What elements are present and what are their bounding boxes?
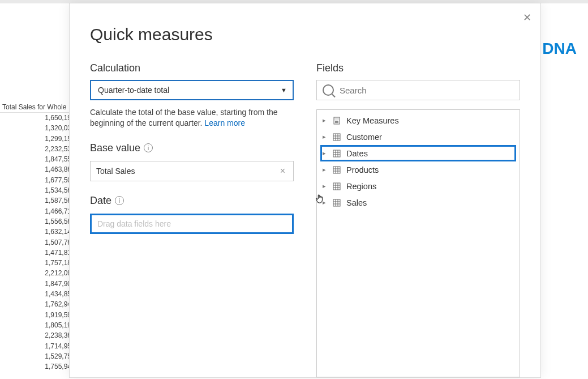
info-icon[interactable]: i [115, 196, 124, 205]
bg-table-cell: 1,919,59 [0, 310, 74, 320]
fields-search-input[interactable] [338, 85, 514, 96]
bg-table-cell: 1,471,81 [0, 248, 74, 258]
svg-rect-13 [333, 150, 340, 157]
close-button[interactable]: ✕ [519, 9, 535, 25]
bg-table-cell: 2,212,09 [0, 268, 74, 278]
bg-table-cell: 1,556,56 [0, 216, 74, 227]
fields-tree-table-customer[interactable]: ▸Customer [317, 129, 520, 145]
bg-table-cell: 2,238,36 [0, 330, 74, 340]
quick-measures-dialog: ✕ Quick measures Calculation Quarter-to-… [69, 3, 541, 378]
bg-table-cell: 1,757,18 [0, 258, 74, 268]
chevron-right-icon: ▸ [323, 182, 327, 190]
calculation-dropdown[interactable]: Quarter-to-date total ▼ [90, 80, 294, 100]
calculation-label-text: Calculation [90, 62, 140, 74]
fields-tree-table-label: Dates [346, 149, 368, 158]
fields-tree-table-dates[interactable]: ▸Dates [320, 145, 516, 161]
fields-search[interactable] [316, 80, 520, 100]
fields-tree-table-key-measures[interactable]: ▸Key Measures [317, 112, 520, 129]
chevron-down-icon: ▼ [281, 87, 287, 93]
svg-rect-8 [333, 134, 340, 140]
chevron-right-icon: ▸ [323, 133, 327, 140]
dialog-title: Quick measures [90, 25, 520, 44]
info-icon[interactable]: i [144, 143, 153, 152]
bg-table-cell: 1,320,03 [0, 123, 74, 133]
calculation-description: Calculate the total of the base value, s… [90, 107, 294, 129]
bg-table-cell: 1,762,94 [0, 299, 74, 309]
close-icon: × [280, 166, 285, 176]
fields-label-text: Fields [316, 62, 344, 74]
fields-tree-table-label: Products [346, 165, 379, 174]
fields-tree-table-products[interactable]: ▸Products [317, 161, 520, 178]
fields-panel: Fields ▸Key Measures▸Customer▸Dates▸Prod… [316, 62, 520, 377]
bg-table-cell: 1,650,19 [0, 113, 74, 123]
search-icon [323, 84, 334, 96]
learn-more-link[interactable]: Learn more [204, 118, 245, 127]
fields-tree-table-regions[interactable]: ▸Regions [317, 178, 520, 194]
bg-table-cell: 1,587,56 [0, 195, 74, 206]
svg-rect-28 [333, 199, 340, 206]
base-value-label-text: Base value [90, 142, 140, 154]
fields-tree: ▸Key Measures▸Customer▸Dates▸Products▸Re… [316, 109, 520, 377]
bg-table-cell: 1,534,56 [0, 185, 74, 195]
bg-table-cell: 1,299,15 [0, 134, 74, 144]
table-icon [333, 182, 341, 190]
base-value-well[interactable]: Total Sales × [90, 161, 294, 181]
calculation-panel: Calculation Quarter-to-date total ▼ Calc… [90, 62, 294, 377]
background-data-column: Total Sales for Whole 1,650,191,320,031,… [0, 102, 74, 372]
base-value-field-name: Total Sales [96, 167, 135, 176]
svg-point-3 [336, 121, 337, 121]
bg-table-cell: 1,847,90 [0, 279, 74, 289]
svg-point-6 [336, 122, 337, 122]
chevron-right-icon: ▸ [323, 150, 327, 157]
chevron-right-icon: ▸ [323, 166, 327, 173]
fields-tree-table-label: Regions [346, 182, 376, 191]
bg-table-cell: 1,847,55 [0, 154, 74, 164]
svg-rect-23 [333, 183, 340, 190]
fields-tree-table-label: Key Measures [346, 116, 399, 125]
date-label-text: Date [90, 195, 111, 207]
bg-table-cell: 1,463,86 [0, 164, 74, 174]
date-drop-well[interactable]: Drag data fields here [90, 214, 294, 234]
calculation-label: Calculation [90, 62, 294, 74]
svg-rect-18 [333, 167, 340, 173]
calculation-description-text: Calculate the total of the base value, s… [90, 108, 278, 127]
bg-table-cell: 1,632,14 [0, 227, 74, 237]
svg-point-7 [337, 122, 338, 122]
close-icon: ✕ [523, 12, 531, 23]
calculation-selected-text: Quarter-to-date total [98, 86, 169, 95]
table-icon [333, 199, 341, 207]
bg-table-cell: 1,805,19 [0, 320, 74, 330]
fields-label: Fields [316, 62, 520, 74]
bg-table-cell: 1,507,76 [0, 237, 74, 248]
svg-point-2 [335, 121, 336, 121]
fields-tree-table-label: Customer [346, 133, 382, 142]
svg-rect-1 [335, 118, 339, 120]
bg-table-cell: 2,232,53 [0, 144, 74, 154]
svg-point-5 [335, 122, 336, 122]
chevron-right-icon: ▸ [323, 199, 327, 206]
svg-point-4 [337, 121, 338, 121]
chevron-right-icon: ▸ [323, 117, 327, 124]
brand-dna: DNA [538, 40, 577, 57]
bg-table-cell: 1,434,85 [0, 289, 74, 299]
base-value-label: Base value i [90, 142, 294, 154]
fields-tree-table-label: Sales [346, 198, 367, 207]
bg-table-cell: 1,755,94 [0, 361, 74, 372]
table-icon [333, 166, 341, 174]
clear-base-value-button[interactable]: × [277, 166, 289, 176]
fields-tree-table-sales[interactable]: ▸Sales [317, 194, 520, 211]
date-drop-placeholder: Drag data fields here [97, 219, 171, 228]
bg-table-header: Total Sales for Whole [0, 102, 74, 113]
table-icon [333, 150, 341, 157]
date-label: Date i [90, 195, 294, 207]
table-icon [333, 133, 341, 141]
bg-table-cell: 1,714,95 [0, 341, 74, 351]
calculator-icon [333, 117, 341, 125]
bg-table-cell: 1,466,71 [0, 206, 74, 216]
bg-table-cell: 1,529,75 [0, 351, 74, 361]
bg-table-cell: 1,677,50 [0, 175, 74, 185]
